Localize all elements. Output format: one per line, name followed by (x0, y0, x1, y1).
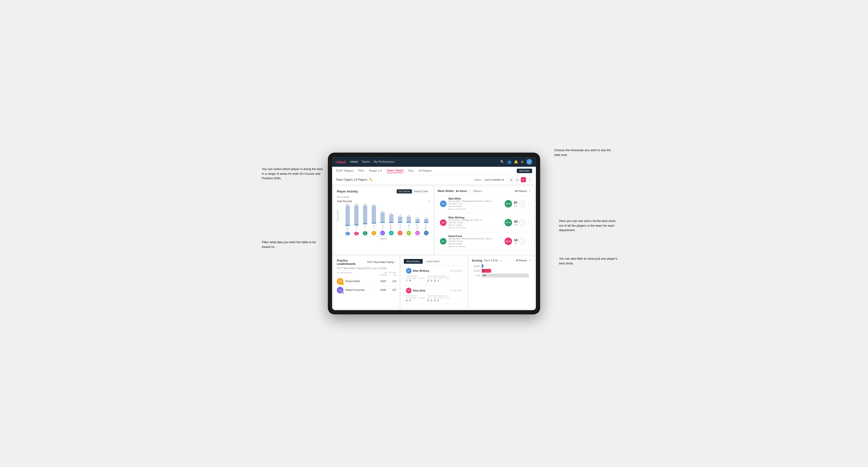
sub-nav-pgat[interactable]: PGAT Players (336, 169, 353, 173)
scoring-filter-chevron[interactable]: ▼ (500, 259, 502, 262)
bar[interactable] (398, 217, 402, 223)
bar-value-label: 2 (426, 217, 427, 218)
leaderboard-filter[interactable]: PUTT Must Make Putting ... (367, 261, 396, 263)
sub-nav-all-players[interactable]: All Players (418, 169, 432, 173)
list-view-icon[interactable]: ≡ (527, 177, 532, 182)
bar-group: 3M. MillerMM (405, 204, 413, 236)
rounds-sub-vals: 8 4 (406, 299, 425, 302)
shot-card[interactable]: BM Blair McHarg 23 Jul 2023 · Ashridge G… (438, 214, 531, 231)
nav-link-home[interactable]: Home (350, 160, 358, 163)
heart-view-icon[interactable]: ♥ (521, 177, 526, 182)
sub-nav-team-clippd[interactable]: Team Clippd (386, 169, 403, 173)
bar-name-label: E. Crossman (416, 223, 419, 230)
activity-player-name: Blair McHarg (413, 269, 448, 272)
bar-name-label: M. Miller (408, 223, 409, 230)
nav-link-performance[interactable]: My Performance (374, 160, 395, 163)
practice-drills-toggle[interactable]: Practice Drills (412, 189, 430, 193)
shot-stat-unit: yds (514, 224, 517, 226)
bar-value-label: 10 (364, 204, 366, 205)
activity-card: BM Blair McHarg 26 Aug 2023 Total Rounds… (404, 266, 464, 284)
players-filter-chevron[interactable]: ▼ (529, 190, 531, 192)
practice-label: Practice (418, 297, 425, 299)
bar[interactable] (354, 206, 359, 225)
tournament-label: Tournament (406, 297, 416, 299)
activity-stats-row: Total Rounds Tournament Practice 8 4 Tot… (406, 295, 462, 302)
bar-avatar: BM (345, 232, 350, 236)
lb-score: 18/20 (377, 289, 386, 291)
practice-val: 4 (409, 299, 411, 302)
scoring-filter[interactable]: Par 3, 4 & 5s (484, 259, 498, 262)
sub-nav-tour[interactable]: Tour (408, 169, 413, 173)
bar[interactable] (372, 206, 376, 224)
scoring-player-chevron[interactable]: ▼ (529, 259, 531, 262)
plus-circle-icon[interactable]: ⊕ (521, 160, 524, 164)
bar[interactable] (346, 206, 350, 226)
grid4-view-icon[interactable]: ⊞ (508, 177, 514, 182)
on-course-toggle[interactable]: On Course (397, 189, 412, 193)
bar[interactable] (407, 217, 411, 223)
scoring-bar: 96 (482, 269, 491, 273)
panel-title: Player Activity (337, 190, 358, 193)
shot-chevron-icon[interactable]: › (528, 221, 529, 224)
least-active-tab[interactable]: Least Active (423, 259, 442, 264)
shot-stats: 43 yds (514, 220, 518, 226)
bar[interactable] (415, 219, 420, 223)
most-active-tab[interactable]: Most Active (404, 259, 423, 264)
shot-detail: Shot Dist: 43 ydsStart Lie: RoughEnd Lie… (448, 221, 503, 229)
col-player-name: PLAYER NAME (337, 272, 377, 276)
activity-card: RB Rees Britt 02 Sep 2023 Total Rounds T… (404, 286, 464, 304)
sub-nav-hcaps[interactable]: Hcaps 1-5 (369, 169, 382, 173)
scoring-bar: 3 (482, 264, 483, 268)
bar-group: 9J. ColesJC (370, 204, 378, 236)
nav-icons: 🔍 👥 🔔 ⊕ U (500, 159, 532, 165)
players-tab[interactable]: Players (473, 190, 482, 192)
annotation-middle-right: Here you can see who's hit the best shot… (559, 219, 620, 232)
bar-group: 2L. RobertsonLR (423, 204, 430, 236)
bar-name-label: R. Butler (399, 223, 401, 230)
bar-value-label: 2 (417, 217, 418, 218)
shot-card[interactable]: DF David Ford 24 Aug 2023 · Royal North … (438, 232, 531, 250)
add-team-button[interactable]: Add Team (517, 168, 532, 173)
bar-avatar: JC (371, 231, 376, 236)
users-icon[interactable]: 👥 (507, 160, 511, 164)
bottom-row: Practice Leaderboards PUTT Must Make Put… (332, 256, 536, 310)
bell-icon[interactable]: 🔔 (514, 160, 518, 164)
timescale-select[interactable]: Last 3 months Last 6 months Last year (484, 178, 505, 181)
bar-avatar: RB (354, 232, 359, 236)
bar-group: 13B. McHargBM (344, 204, 351, 236)
chart-filter-chevron[interactable]: ▼ (428, 200, 430, 203)
shot-stats: 16 yds (514, 238, 518, 244)
bar-value-label: 3 (400, 215, 401, 216)
bar-avatar: RB (398, 231, 402, 236)
nav-link-teams[interactable]: Teams (362, 160, 370, 163)
all-players-filter[interactable]: All Players (515, 190, 527, 192)
bar-avatar: LR (424, 231, 429, 236)
bar-value-label: 9 (373, 204, 374, 205)
leaderboard-rows: RB 1 Richard Butler 19/20 110 EC 2 Edwar… (337, 277, 396, 294)
bar-value-label: 13 (347, 204, 349, 205)
activity-avatar: BM (406, 268, 412, 274)
bar[interactable] (363, 206, 367, 224)
scoring-player-filter[interactable]: All Players (516, 259, 527, 262)
all-shots-tab[interactable]: All Shots (456, 190, 467, 192)
bar[interactable] (389, 214, 394, 223)
shot-card[interactable]: MM Matt Miller 09 Jun 2023 · Royal North… (438, 195, 531, 213)
chart-filter-label[interactable]: Total Rounds (337, 200, 352, 203)
shot-chevron-icon[interactable]: › (528, 239, 529, 243)
sub-nav-pga[interactable]: PGA (358, 169, 364, 173)
x-axis-label: Players (380, 238, 387, 240)
shot-chevron-icon[interactable]: › (528, 202, 529, 206)
bar[interactable] (380, 212, 385, 223)
search-icon[interactable]: 🔍 (500, 160, 504, 164)
putt-label: PUTT (445, 297, 450, 299)
annotation-bottom-left: Filter what data you wish the table to b… (262, 240, 323, 249)
edit-icon[interactable]: ✏️ (369, 178, 373, 181)
shots-header: Best Shots All Shots ▼ Players All Playe… (438, 189, 531, 193)
tournament-val: 8 (406, 299, 407, 302)
grid-view-icon[interactable]: ⊟ (515, 177, 520, 182)
bar[interactable] (424, 219, 428, 223)
avatar[interactable]: U (526, 159, 532, 165)
bar-chart-inner: Total Rounds 5 10 13B. McHargBM12R. Brit… (337, 204, 430, 237)
activity-cards: BM Blair McHarg 26 Aug 2023 Total Rounds… (404, 266, 464, 304)
lb-score: 19/20 (377, 280, 386, 283)
